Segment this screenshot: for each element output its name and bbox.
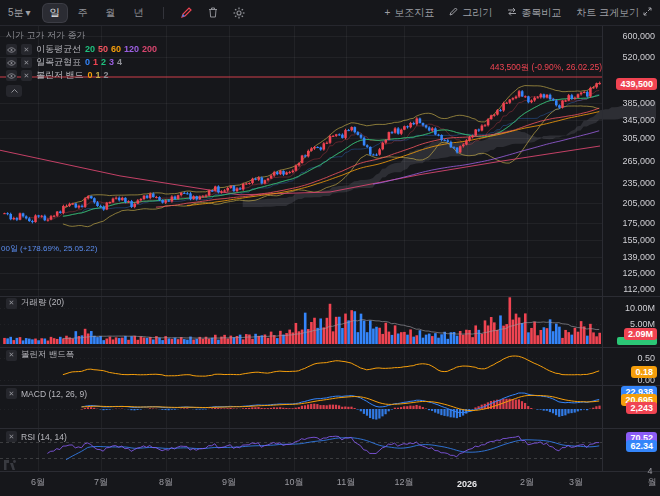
macd-panel-header: ✕ MACD (12, 26, 9)	[6, 388, 87, 399]
rsi-value-badge: 62.34	[626, 440, 657, 452]
price-axis-label: 520,000	[622, 52, 655, 62]
pencil-icon	[449, 7, 458, 18]
legend-value: 3	[109, 57, 114, 67]
close-icon[interactable]: ✕	[6, 350, 17, 361]
rsi-panel-header: ✕ RSI (14, 14)	[6, 431, 67, 442]
time-axis-label: 12월	[394, 476, 413, 489]
legend-ma-values: 205060120200	[85, 43, 160, 56]
compare-arrows-icon	[507, 7, 517, 18]
chart-toolbar: 5분 ▾ 일 주 월 년 + 보조지표 그리기 종목비교 차트	[0, 0, 660, 26]
stock-chart-app: { "toolbar": { "interval": "5분", "tabs":…	[0, 0, 660, 496]
price-axis-label: 205,000	[622, 198, 655, 208]
compare-label: 종목비교	[521, 6, 561, 20]
interval-dropdown[interactable]: 5분 ▾	[8, 6, 31, 20]
tab-year[interactable]: 년	[127, 4, 151, 22]
ohlc-placeholder: 시가 고가 저가 종가	[6, 29, 160, 42]
tab-week[interactable]: 주	[71, 4, 95, 22]
ma-return-marker: 00일 (+178.69%, 25.05.22)	[1, 243, 97, 254]
price-axis-label: 305,000	[622, 133, 655, 143]
volume-panel-header: ✕ 거래량 (20)	[6, 297, 64, 309]
time-axis-label: 4월	[648, 466, 657, 489]
add-indicator-label: 보조지표	[394, 6, 434, 20]
macd-panel-label: MACD (12, 26, 9)	[21, 389, 87, 399]
toolbar-right-actions: + 보조지표 그리기 종목비교 차트 크게보기	[384, 6, 660, 20]
toolbar-divider	[163, 7, 164, 19]
price-axis-label: 112,000	[623, 284, 655, 294]
legend-row-ma: ✕ 이동평균선 205060120200	[6, 43, 160, 56]
legend-ichimoku-values: 01234	[85, 56, 125, 69]
legend-value: 200	[142, 44, 157, 54]
tradingview-logo[interactable]	[4, 456, 17, 474]
bandwidth-current-badge: 0.18	[631, 366, 657, 378]
chart-legend: 시가 고가 저가 종가 ✕ 이동평균선 205060120200 ✕ 일목균형표…	[6, 29, 160, 97]
enlarge-label: 차트 크게보기	[576, 6, 639, 20]
time-axis-label: 11월	[337, 476, 355, 489]
legend-ichimoku-label: 일목균형표	[36, 56, 81, 69]
bandwidth-panel-header: ✕ 볼린저 밴드폭	[6, 349, 74, 361]
chevron-down-icon: ▾	[26, 7, 31, 18]
eye-icon[interactable]	[6, 70, 17, 81]
price-axis-label: 235,000	[622, 178, 655, 188]
price-axis-label: 345,000	[622, 115, 655, 125]
price-axis-label: 265,000	[622, 156, 655, 166]
legend-value: 1	[96, 70, 101, 80]
price-axis-label: 155,000	[622, 235, 655, 245]
enlarge-chart-button[interactable]: 차트 크게보기	[576, 6, 652, 20]
bandwidth-axis-label: 0.50	[637, 353, 655, 363]
legend-value: 60	[111, 44, 121, 54]
eye-icon[interactable]	[6, 57, 17, 68]
legend-collapse-button[interactable]	[6, 85, 22, 97]
bandwidth-panel-label: 볼린저 밴드폭	[21, 349, 74, 361]
legend-row-ichimoku: ✕ 일목균형표 01234	[6, 56, 160, 69]
current-price-badge: 439,500	[616, 78, 657, 90]
time-axis-label: 9월	[222, 476, 236, 489]
interval-value: 5분	[8, 6, 24, 20]
legend-value: 120	[124, 44, 139, 54]
legend-ma-label: 이동평균선	[36, 43, 81, 56]
close-icon[interactable]: ✕	[6, 431, 17, 442]
price-alert-annotation[interactable]: 443,500원 (-0.90%, 26.02.25)	[490, 62, 602, 74]
legend-row-bollinger: ✕ 볼린저 밴드 012	[6, 69, 160, 82]
close-icon[interactable]: ✕	[6, 298, 17, 309]
volume-current-badge: 2.09M	[624, 328, 657, 340]
rsi-panel-label: RSI (14, 14)	[21, 432, 67, 442]
time-axis-label: 7월	[94, 476, 108, 489]
plus-icon: +	[384, 7, 390, 18]
close-icon[interactable]: ✕	[21, 70, 32, 81]
price-axis-label: 139,000	[622, 252, 655, 262]
time-axis-label: 10월	[284, 476, 303, 489]
legend-value: 50	[98, 44, 108, 54]
close-icon[interactable]: ✕	[21, 44, 32, 55]
legend-value: 20	[85, 44, 95, 54]
close-icon[interactable]: ✕	[6, 388, 17, 399]
time-axis-label: 2026	[457, 479, 477, 489]
price-axis-label: 125,000	[622, 268, 655, 278]
add-indicator-button[interactable]: + 보조지표	[384, 6, 434, 20]
time-axis-label: 2월	[520, 476, 534, 489]
settings-gear-icon[interactable]	[231, 5, 247, 21]
time-axis-label: 6월	[31, 476, 45, 489]
legend-value: 4	[117, 57, 122, 67]
legend-bollinger-label: 볼린저 밴드	[36, 69, 84, 82]
price-axis-label: 175,000	[622, 218, 655, 228]
draw-label: 그리기	[462, 6, 492, 20]
legend-value: 0	[88, 70, 93, 80]
tab-month[interactable]: 월	[99, 4, 123, 22]
expand-icon	[643, 7, 652, 18]
time-axis-label: 3월	[569, 476, 583, 489]
draw-button[interactable]: 그리기	[449, 6, 492, 20]
close-icon[interactable]: ✕	[21, 57, 32, 68]
time-axis-label: 8월	[159, 476, 173, 489]
pen-tool-icon[interactable]	[179, 5, 195, 21]
price-axis-label: 385,000	[622, 98, 655, 108]
compare-button[interactable]: 종목비교	[507, 6, 561, 20]
legend-value: 2	[101, 57, 106, 67]
legend-value: 0	[85, 57, 90, 67]
interval-controls: 5분 ▾ 일 주 월 년	[0, 4, 250, 22]
volume-axis-label: 10.00M	[625, 303, 655, 313]
trash-icon[interactable]	[205, 5, 221, 21]
eye-icon[interactable]	[6, 44, 17, 55]
legend-bollinger-values: 012	[88, 69, 112, 82]
legend-value: 1	[93, 57, 98, 67]
tab-day[interactable]: 일	[43, 4, 67, 22]
